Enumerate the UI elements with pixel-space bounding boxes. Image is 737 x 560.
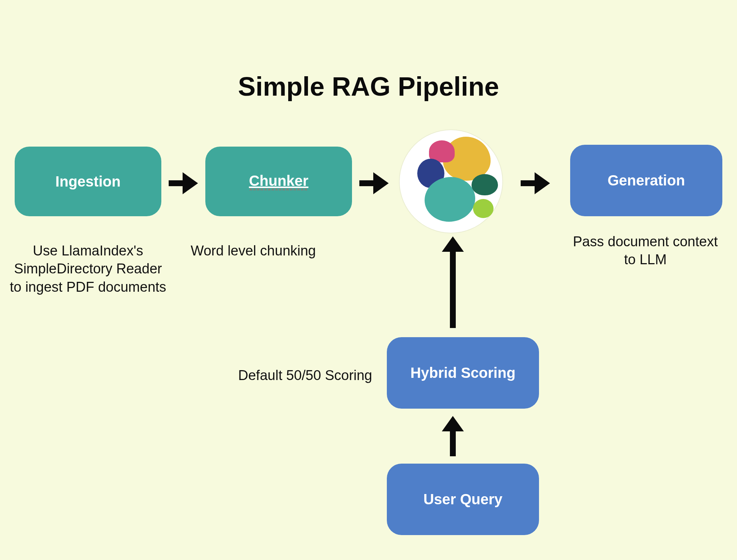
- hybrid-scoring-node: Hybrid Scoring: [387, 337, 539, 409]
- ingestion-node: Ingestion: [15, 147, 161, 216]
- diagram-title: Simple RAG Pipeline: [0, 71, 737, 102]
- ingestion-label: Ingestion: [55, 173, 121, 190]
- chunker-node: Chunker: [205, 147, 352, 216]
- user-query-label: User Query: [423, 491, 503, 508]
- arrow-right-icon: [359, 172, 389, 194]
- generation-caption: Pass document context to LLM: [572, 233, 719, 269]
- generation-node: Generation: [570, 145, 722, 216]
- elastic-logo-icon: [400, 130, 502, 233]
- ingestion-caption: Use LlamaIndex's SimpleDirectory Reader …: [7, 242, 169, 296]
- hybrid-caption: Default 50/50 Scoring: [207, 366, 372, 384]
- arrow-right-icon: [169, 172, 198, 194]
- user-query-node: User Query: [387, 464, 539, 535]
- arrow-up-icon: [442, 236, 464, 328]
- hybrid-scoring-label: Hybrid Scoring: [410, 365, 516, 381]
- generation-label: Generation: [608, 172, 685, 189]
- arrow-right-icon: [521, 172, 550, 194]
- chunker-caption: Word level chunking: [183, 242, 352, 260]
- diagram-canvas: Simple RAG Pipeline Ingestion Chunker Ge…: [0, 0, 737, 560]
- chunker-label: Chunker: [249, 173, 308, 191]
- arrow-up-icon: [442, 416, 464, 456]
